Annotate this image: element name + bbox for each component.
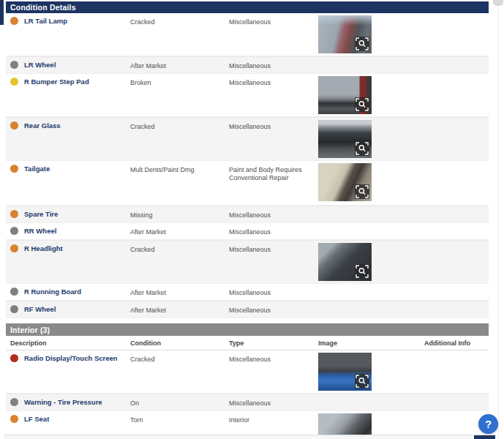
item-link[interactable]: LR Tail Lamp <box>24 17 67 25</box>
item-link[interactable]: RF Wheel <box>24 305 56 313</box>
table-row: R Headlight Cracked Miscellaneous <box>6 240 489 284</box>
type-cell: Miscellaneous <box>229 13 318 26</box>
thumbnail-r-headlight[interactable] <box>318 243 372 281</box>
table-row: RR Wheel After Market Miscellaneous <box>6 223 489 240</box>
thumbnail-lr-tail-lamp[interactable] <box>318 15 372 53</box>
item-link[interactable]: R Running Board <box>24 288 81 296</box>
severity-dot-orange <box>10 121 18 130</box>
additional-info-cell <box>424 223 489 228</box>
type-cell: Miscellaneous <box>229 223 318 236</box>
additional-info-cell <box>424 350 489 356</box>
table-row: Warning - Tire Pressure On Miscellaneous <box>6 394 489 411</box>
additional-info-cell <box>424 161 489 166</box>
condition-details-rows: LR Tail Lamp Cracked Miscellaneous LR Wh… <box>6 13 489 318</box>
severity-dot-orange <box>10 415 18 423</box>
severity-dot-gray <box>10 398 18 406</box>
severity-dot-orange <box>10 17 18 25</box>
vertical-scrollbar-thumb[interactable] <box>493 0 503 6</box>
right-divider <box>498 0 499 439</box>
type-cell: Miscellaneous <box>229 301 318 315</box>
type-cell: Miscellaneous <box>229 74 318 87</box>
section-header-interior: Interior (3) <box>6 323 489 336</box>
thumbnail-r-bumper-step-pad[interactable] <box>318 76 372 114</box>
severity-dot-red <box>10 354 18 362</box>
item-link[interactable]: R Bumper Step Pad <box>24 78 89 86</box>
additional-info-cell <box>424 301 489 307</box>
type-cell: Miscellaneous <box>229 118 318 131</box>
condition-cell: Missing <box>130 206 229 220</box>
column-header-additional-info: Additional Info <box>424 336 489 350</box>
thumbnail-rear-glass[interactable] <box>318 120 372 158</box>
additional-info-cell <box>424 74 489 79</box>
table-row: Rear Glass Cracked Miscellaneous <box>6 117 489 161</box>
item-link[interactable]: Spare Tire <box>24 210 58 218</box>
additional-info-cell <box>424 284 489 289</box>
zoom-icon <box>355 184 369 199</box>
severity-dot-gray <box>10 61 18 69</box>
table-row: R Running Board After Market Miscellaneo… <box>6 284 489 301</box>
section-header-condition-details: Condition Details <box>6 1 489 13</box>
condition-cell: After Market <box>130 223 229 236</box>
interior-rows: Radio Display/Touch Screen Cracked Misce… <box>6 350 489 439</box>
condition-report: Condition Details LR Tail Lamp Cracked M… <box>6 1 489 439</box>
condition-cell: Broken <box>130 74 229 87</box>
column-header-image: Image <box>318 336 424 350</box>
item-link[interactable]: RR Wheel <box>24 227 56 235</box>
additional-info-cell <box>424 118 489 123</box>
condition-cell: Torn <box>130 411 229 424</box>
section-title: Interior (3) <box>10 326 50 334</box>
severity-dot-orange <box>10 210 18 218</box>
additional-info-cell <box>424 241 489 246</box>
additional-info-cell <box>424 394 489 399</box>
type-cell: Interior <box>229 411 318 424</box>
item-link[interactable]: Radio Display/Touch Screen <box>24 354 118 362</box>
additional-info-cell <box>424 13 489 18</box>
type-cell: Miscellaneous <box>229 394 318 408</box>
zoom-icon <box>355 97 369 112</box>
type-cell: Paint and Body Requires Conventional Rep… <box>229 161 318 182</box>
column-header-condition: Condition <box>130 336 229 350</box>
horizontal-scrollbar-thumb[interactable] <box>474 435 495 439</box>
table-row: R Bumper Step Pad Broken Miscellaneous <box>6 74 489 117</box>
item-link[interactable]: Warning - Tire Pressure <box>24 398 102 406</box>
condition-cell: Cracked <box>130 13 229 26</box>
type-cell: Miscellaneous <box>229 284 318 297</box>
thumbnail-radio-display[interactable] <box>318 353 372 391</box>
item-link[interactable]: Tailgate <box>24 165 50 173</box>
condition-cell: On <box>130 394 229 408</box>
item-link[interactable]: LR Wheel <box>24 61 56 69</box>
zoom-icon <box>355 264 369 279</box>
item-link[interactable]: LF Seat <box>24 415 49 423</box>
type-cell: Miscellaneous <box>229 206 318 220</box>
condition-cell: Cracked <box>130 241 229 254</box>
help-button[interactable]: ? <box>478 414 498 434</box>
table-row: LR Wheel After Market Miscellaneous <box>6 56 489 74</box>
severity-dot-orange <box>10 244 18 252</box>
thumbnail-tailgate[interactable] <box>318 163 372 201</box>
zoom-icon <box>355 37 369 51</box>
column-header-description: Description <box>6 336 130 350</box>
table-row: LR Tail Lamp Cracked Miscellaneous <box>6 13 489 56</box>
table-row: Spare Tire Missing Miscellaneous <box>6 206 489 223</box>
severity-dot-yellow <box>10 78 18 86</box>
additional-info-cell <box>424 57 489 62</box>
zoom-icon <box>355 141 369 156</box>
table-row: RF Wheel After Market Miscellaneous <box>6 301 489 318</box>
type-cell: Miscellaneous <box>229 350 318 364</box>
condition-cell: After Market <box>130 57 229 70</box>
column-header-type: Type <box>229 336 318 350</box>
item-link[interactable]: Rear Glass <box>24 121 61 130</box>
type-cell: Miscellaneous <box>229 57 318 70</box>
zoom-icon <box>355 374 369 389</box>
condition-cell: Mult Dents/Paint Dmg <box>130 161 229 174</box>
severity-dot-gray <box>10 305 18 313</box>
condition-cell: Cracked <box>130 350 229 364</box>
table-row: Tailgate Mult Dents/Paint Dmg Paint and … <box>6 161 489 206</box>
table-row: Radio Display/Touch Screen Cracked Misce… <box>6 350 489 394</box>
horizontal-scrollbar-track[interactable] <box>4 435 496 439</box>
additional-info-cell <box>424 206 489 211</box>
severity-dot-gray <box>10 288 18 296</box>
section-title: Condition Details <box>10 3 76 12</box>
item-link[interactable]: R Headlight <box>24 244 63 252</box>
table-column-headers: Description Condition Type Image Additio… <box>6 336 489 350</box>
